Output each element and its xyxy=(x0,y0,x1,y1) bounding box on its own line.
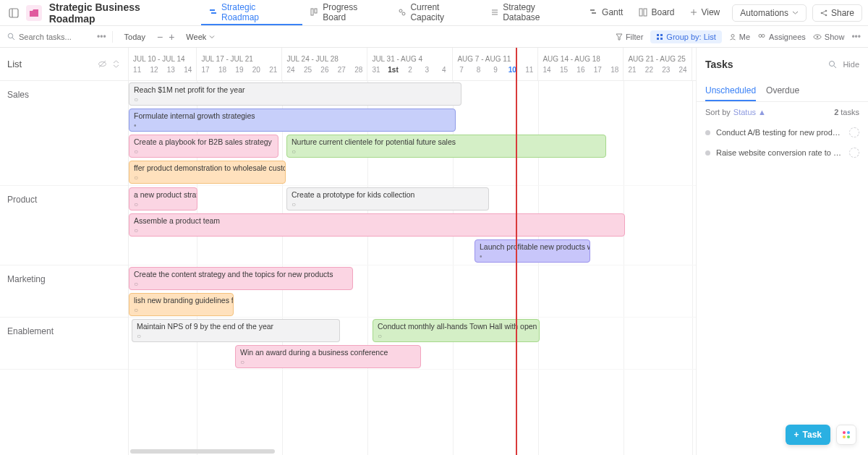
unscheduled-item[interactable]: Raise website conversion rate to 10% xyxy=(697,143,868,163)
sidebar-toggle-icon[interactable] xyxy=(6,5,22,21)
day-label: 12 xyxy=(145,66,162,77)
search-box[interactable] xyxy=(7,33,91,41)
search-input[interactable] xyxy=(19,33,91,41)
week-label: AUG 21 - AUG 25 xyxy=(624,52,691,66)
collapse-icon[interactable] xyxy=(111,59,121,69)
assignee-placeholder-icon[interactable] xyxy=(849,127,859,137)
plus-icon: + xyxy=(794,430,799,440)
svg-point-37 xyxy=(843,431,846,434)
zoom-out-icon[interactable]: − xyxy=(157,31,163,43)
toolbar: ••• Today − + Week Filter Group by: List… xyxy=(0,26,868,48)
view-current-capacity[interactable]: Current Capacity xyxy=(390,0,482,25)
more-icon[interactable]: ••• xyxy=(97,32,106,42)
group-sales[interactable]: Sales xyxy=(0,81,128,186)
tab-overdue[interactable]: Overdue xyxy=(766,81,799,101)
list-header: List xyxy=(0,48,128,81)
group-marketing[interactable]: Marketing xyxy=(0,265,128,318)
day-label: 21 xyxy=(265,66,281,77)
filter-button[interactable]: Filter xyxy=(616,33,643,41)
zoom-in-icon[interactable]: + xyxy=(169,31,174,43)
row-enablement: Maintain NPS of 9 by the end of the year… xyxy=(129,318,696,370)
task-bar[interactable]: lish new branding guidelines f...○ xyxy=(129,293,234,316)
tab-unscheduled[interactable]: Unscheduled xyxy=(705,81,756,101)
today-button[interactable]: Today xyxy=(119,30,151,43)
group-enablement[interactable]: Enablement xyxy=(0,318,128,370)
day-label: 24 xyxy=(674,66,691,77)
svg-point-6 xyxy=(399,9,402,12)
task-bar[interactable]: Formulate internal growth strategies• xyxy=(129,109,456,132)
view-gantt[interactable]: Gantt xyxy=(582,0,631,25)
list-icon xyxy=(490,8,499,17)
svg-point-32 xyxy=(817,35,819,38)
svg-rect-3 xyxy=(211,12,216,14)
search-icon xyxy=(7,33,15,41)
timeline-grid: Reach $1M net profit for the year○ Formu… xyxy=(129,81,696,455)
status-dot-icon xyxy=(705,130,710,135)
view-strategy-database[interactable]: Strategy Database xyxy=(482,0,582,25)
assignees-button[interactable]: Assignees xyxy=(757,33,806,41)
topbar: Strategic Business Roadmap Strategic Roa… xyxy=(0,0,868,26)
task-bar[interactable]: Create a prototype for kids collection○ xyxy=(286,187,489,211)
svg-line-21 xyxy=(822,13,825,14)
me-button[interactable]: Me xyxy=(729,33,750,41)
task-bar[interactable]: Create a playbook for B2B sales strategy… xyxy=(129,135,278,158)
capacity-icon xyxy=(398,8,407,17)
more2-icon[interactable]: ••• xyxy=(851,32,861,42)
unscheduled-item[interactable]: Conduct A/B testing for new product p... xyxy=(697,122,868,143)
view-progress-board[interactable]: Progress Board xyxy=(302,0,390,25)
svg-line-20 xyxy=(822,11,825,12)
timeline-icon xyxy=(209,8,218,17)
add-view[interactable]: View xyxy=(682,0,728,25)
task-bar[interactable]: Create the content strategy and the topi… xyxy=(129,267,353,290)
task-bar[interactable]: Nurture current clientele for potential … xyxy=(286,135,606,158)
range-select[interactable]: Week xyxy=(180,30,221,43)
day-label: 2 xyxy=(401,66,418,77)
timeline[interactable]: JUL 10 - JUL 1411121314JUL 17 - JUL 2117… xyxy=(129,48,696,455)
chevron-down-icon xyxy=(792,9,799,16)
show-button[interactable]: Show xyxy=(813,33,845,41)
task-bar[interactable]: Maintain NPS of 9 by the end of the year… xyxy=(132,319,340,342)
group-product[interactable]: Product xyxy=(0,186,128,265)
day-label: 24 xyxy=(282,66,299,77)
eye-off-icon[interactable] xyxy=(98,59,107,69)
day-label: 22 xyxy=(641,66,658,77)
search-icon[interactable] xyxy=(828,60,837,69)
share-button[interactable]: Share xyxy=(812,4,862,22)
task-bar[interactable]: ffer product demonstration to wholesale … xyxy=(129,161,286,184)
svg-point-35 xyxy=(830,61,835,67)
share-icon xyxy=(820,9,827,17)
svg-point-29 xyxy=(759,34,762,37)
day-label: 28 xyxy=(350,66,367,77)
assignee-placeholder-icon[interactable] xyxy=(849,148,859,158)
day-label: 9 xyxy=(487,66,503,77)
week-label: AUG 7 - AUG 11 xyxy=(453,52,537,66)
day-label: 14 xyxy=(179,66,196,77)
task-bar[interactable]: Win an award during a business conferenc… xyxy=(235,345,421,368)
day-label: 14 xyxy=(538,66,555,77)
tasks-sort[interactable]: Sort by Status ▲ 2 tasks xyxy=(697,102,868,122)
svg-rect-14 xyxy=(644,9,647,16)
day-label: 18 xyxy=(606,66,623,77)
task-bar[interactable]: Conduct monthly all-hands Town Hall with… xyxy=(373,319,540,342)
automations-button[interactable]: Automations xyxy=(732,4,807,22)
hide-link[interactable]: Hide xyxy=(843,60,859,69)
svg-rect-26 xyxy=(657,38,659,40)
task-bar[interactable]: Launch profitable new products wi...• xyxy=(475,239,590,263)
group-by-pill[interactable]: Group by: List xyxy=(650,30,721,43)
task-bar[interactable]: Reach $1M net profit for the year○ xyxy=(129,82,461,106)
task-bar[interactable]: a new product strate...○ xyxy=(129,187,197,211)
row-marketing: Create the content strategy and the topi… xyxy=(129,265,696,318)
floating-buttons: + Task xyxy=(786,425,856,445)
day-label: 21 xyxy=(624,66,640,77)
task-bar[interactable]: Assemble a product team○ xyxy=(129,213,625,237)
svg-point-7 xyxy=(402,12,405,15)
view-board[interactable]: Board xyxy=(631,0,682,25)
row-sales: Reach $1M net profit for the year○ Formu… xyxy=(129,81,696,186)
week-label: JUL 10 - JUL 14 xyxy=(129,52,196,66)
day-label: 1st xyxy=(385,66,401,77)
new-task-fab[interactable]: + Task xyxy=(786,425,830,445)
topbar-right: Automations Share xyxy=(732,4,862,22)
view-strategic-roadmap[interactable]: Strategic Roadmap xyxy=(201,0,302,25)
apps-fab[interactable] xyxy=(836,425,856,445)
horizontal-scrollbar[interactable] xyxy=(130,449,275,454)
